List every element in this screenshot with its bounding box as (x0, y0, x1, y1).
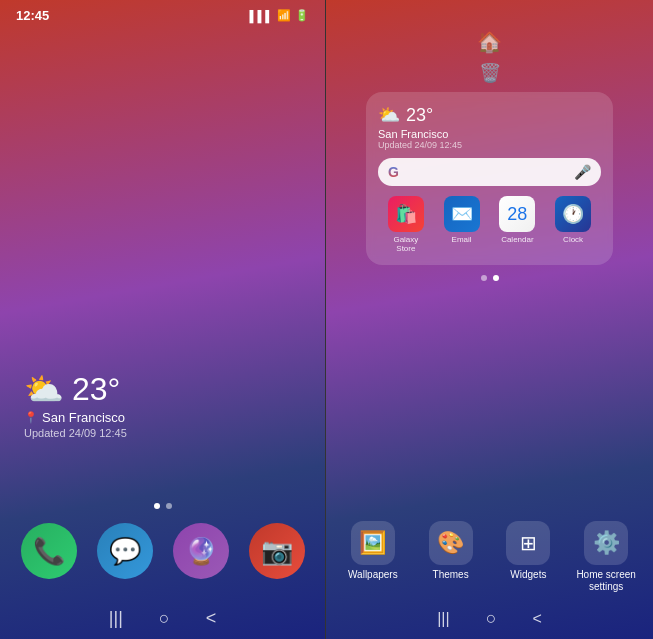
wallpapers-icon: 🖼️ (359, 530, 386, 556)
nav-bar-right: ||| ○ < (326, 608, 653, 629)
bottom-actions-bar: 🖼️ Wallpapers 🎨 Themes ⊞ Widgets ⚙️ Home… (326, 521, 653, 593)
preview-app-calendar[interactable]: 28 Calendar (499, 196, 535, 253)
dock: 📞 💬 🔮 📷 (0, 513, 325, 589)
assistant-icon: 🔮 (185, 536, 217, 567)
clock-icon-box: 🕐 (555, 196, 591, 232)
weather-icon: ⛅ (24, 370, 64, 408)
themes-icon-box: 🎨 (429, 521, 473, 565)
galaxy-store-icon: 🛍️ (395, 203, 417, 225)
google-search-bar[interactable]: G 🎤 (378, 158, 601, 186)
status-time: 12:45 (16, 8, 49, 23)
phone-icon: 📞 (33, 536, 65, 567)
dot-2 (166, 503, 172, 509)
preview-temp: 23° (406, 105, 433, 126)
calendar-label: Calendar (501, 235, 533, 244)
themes-action[interactable]: 🎨 Themes (416, 521, 486, 581)
settings-gear-icon: ⚙️ (593, 530, 620, 556)
clock-icon: 🕐 (562, 203, 584, 225)
galaxy-store-label: GalaxyStore (393, 235, 418, 253)
preview-app-clock[interactable]: 🕐 Clock (555, 196, 591, 253)
right-nav-back-icon[interactable]: < (533, 610, 542, 628)
preview-updated: Updated 24/09 12:45 (378, 140, 601, 150)
widgets-label: Widgets (510, 569, 546, 581)
dock-app-assistant[interactable]: 🔮 (173, 523, 229, 579)
wallpapers-icon-box: 🖼️ (351, 521, 395, 565)
dot-1 (154, 503, 160, 509)
weather-location: 📍 San Francisco (24, 410, 127, 425)
status-bar-left: 12:45 ▌▌▌ 📶 🔋 (0, 0, 325, 27)
nav-recent-icon[interactable]: ||| (109, 608, 123, 629)
preview-weather: ⛅ 23° (378, 104, 601, 126)
galaxy-store-icon-box: 🛍️ (388, 196, 424, 232)
page-dots-right (326, 275, 653, 281)
home-settings-label: Home screen settings (571, 569, 641, 593)
status-icons: ▌▌▌ 📶 🔋 (250, 9, 309, 22)
weather-main: ⛅ 23° (24, 370, 127, 408)
email-icon-box: ✉️ (444, 196, 480, 232)
home-settings-action[interactable]: ⚙️ Home screen settings (571, 521, 641, 593)
weather-updated: Updated 24/09 12:45 (24, 427, 127, 439)
preview-app-email[interactable]: ✉️ Email (444, 196, 480, 253)
google-logo: G (388, 164, 399, 180)
dock-app-messages[interactable]: 💬 (97, 523, 153, 579)
right-phone: 🏠 🗑️ ⛅ 23° San Francisco Updated 24/09 1… (326, 0, 653, 639)
widgets-action[interactable]: ⊞ Widgets (493, 521, 563, 581)
signal-icon: ▌▌▌ (250, 10, 273, 22)
weather-temp: 23° (72, 371, 120, 408)
preview-apps-row: 🛍️ GalaxyStore ✉️ Email 28 Calendar 🕐 (378, 196, 601, 253)
google-mic-icon: 🎤 (574, 164, 591, 180)
dock-app-camera[interactable]: 📷 (249, 523, 305, 579)
weather-widget-left[interactable]: ⛅ 23° 📍 San Francisco Updated 24/09 12:4… (24, 370, 127, 439)
themes-label: Themes (433, 569, 469, 581)
wallpapers-action[interactable]: 🖼️ Wallpapers (338, 521, 408, 581)
location-pin-icon: 📍 (24, 411, 38, 424)
nav-home-icon[interactable]: ○ (159, 608, 170, 629)
preview-location: San Francisco (378, 128, 601, 140)
home-icon: 🏠 (477, 30, 502, 54)
right-dot-2 (493, 275, 499, 281)
wifi-icon: 📶 (277, 9, 291, 22)
calendar-icon-box: 28 (499, 196, 535, 232)
email-icon: ✉️ (451, 203, 473, 225)
email-label: Email (452, 235, 472, 244)
preview-weather-icon: ⛅ (378, 104, 400, 126)
delete-icon: 🗑️ (479, 62, 501, 84)
nav-bar-left: ||| ○ < (0, 608, 325, 629)
clock-label: Clock (563, 235, 583, 244)
preview-app-galaxy[interactable]: 🛍️ GalaxyStore (388, 196, 424, 253)
calendar-icon: 28 (507, 204, 527, 225)
dock-app-phone[interactable]: 📞 (21, 523, 77, 579)
nav-back-icon[interactable]: < (206, 608, 217, 629)
messages-icon: 💬 (109, 536, 141, 567)
wallpapers-label: Wallpapers (348, 569, 398, 581)
delete-widget-area[interactable]: 🗑️ (326, 62, 653, 84)
right-dot-1 (481, 275, 487, 281)
home-indicator: 🏠 (326, 0, 653, 54)
settings-icon-box: ⚙️ (584, 521, 628, 565)
widgets-icon-box: ⊞ (506, 521, 550, 565)
right-nav-home-icon[interactable]: ○ (486, 608, 497, 629)
right-nav-recent-icon[interactable]: ||| (437, 610, 449, 628)
left-phone: 12:45 ▌▌▌ 📶 🔋 ⛅ 23° 📍 San Francisco Upda… (0, 0, 326, 639)
camera-icon: 📷 (261, 536, 293, 567)
themes-icon: 🎨 (437, 530, 464, 556)
battery-icon: 🔋 (295, 9, 309, 22)
page-dots-left (154, 503, 172, 509)
widgets-icon: ⊞ (520, 531, 537, 555)
home-preview-card[interactable]: ⛅ 23° San Francisco Updated 24/09 12:45 … (366, 92, 613, 265)
